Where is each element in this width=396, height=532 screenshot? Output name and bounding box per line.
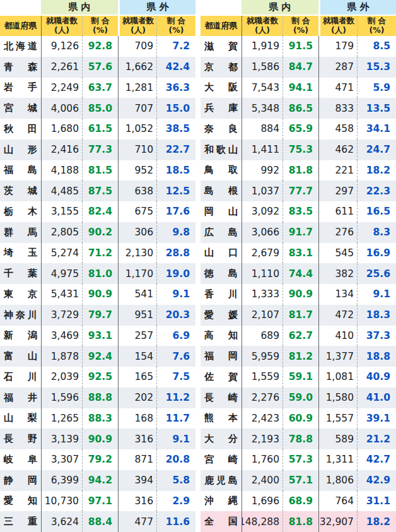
outside-ratio-cell: 7.5 [156, 367, 195, 387]
inside-ratio-cell: 91.7 [282, 222, 318, 243]
inside-count-cell: 1,596 [41, 387, 82, 408]
outside-ratio-cell: 22.7 [156, 139, 195, 160]
inside-count-cell: 3,624 [41, 511, 82, 532]
outside-count-cell: 833 [318, 98, 357, 119]
outside-count-cell: 316 [118, 491, 156, 512]
inside-ratio-cell: 83.1 [282, 243, 318, 264]
inside-count-cell: 2,400 [242, 470, 282, 491]
inside-count-cell: 1,696 [242, 491, 282, 512]
inside-count-cell: 3,066 [242, 222, 282, 243]
outside-count-cell: 154 [118, 346, 156, 367]
inside-count-cell: 992 [242, 160, 282, 181]
outside-count-cell: 541 [118, 284, 156, 305]
outside-count-cell: 764 [318, 491, 357, 512]
inside-ratio-cell: 81.2 [282, 346, 318, 367]
prefecture-label: 茨城 [4, 185, 37, 197]
prefecture-cell: 三重 [0, 511, 41, 532]
outside-ratio-cell: 20.8 [156, 449, 195, 470]
inside-count-cell: 689 [242, 326, 282, 346]
prefecture-label: 高知 [204, 329, 238, 341]
prefecture-label: 新潟 [4, 329, 37, 341]
inside-count-cell: 5,348 [242, 98, 282, 119]
outside-ratio-cell: 40.9 [357, 367, 396, 387]
prefecture-cell: 鳥取 [201, 160, 242, 181]
prefecture-cell: 東京 [0, 284, 41, 305]
outside-ratio-cell: 5.8 [156, 470, 195, 491]
prefecture-label: 富山 [4, 350, 37, 362]
inside-ratio-cell: 81.5 [82, 160, 118, 181]
inside-ratio-cell: 94.1 [282, 78, 318, 98]
outside-count-cell: 951 [118, 305, 156, 326]
prefecture-table-left: 県 内 県 外 都道府県 就職者数(人) 割 合(%) 就職者数(人) 割 合(… [0, 0, 195, 532]
outside-count-cell: 257 [118, 326, 156, 346]
outside-count-cell: 394 [118, 470, 156, 491]
prefecture-cell: 静岡 [0, 470, 41, 491]
outside-count-cell: 306 [118, 222, 156, 243]
prefecture-label: 岩手 [4, 81, 37, 93]
column-header-outside-ratio: 割 合(%) [156, 16, 195, 36]
outside-count-cell: 675 [118, 201, 156, 222]
prefecture-label: 長野 [4, 433, 37, 445]
outside-count-cell: 2,130 [118, 243, 156, 264]
prefecture-label: 全国 [204, 516, 238, 528]
inside-count-cell: 3,469 [41, 326, 82, 346]
prefecture-cell: 青森 [0, 57, 41, 78]
prefecture-label: 岐阜 [4, 454, 37, 466]
prefecture-label: 大分 [204, 433, 238, 445]
prefecture-label: 広島 [204, 227, 238, 239]
outside-count-cell: 1,662 [118, 57, 156, 78]
prefecture-label: 山梨 [4, 412, 37, 424]
prefecture-label: 秋田 [4, 123, 37, 135]
column-header-outside-count: 就職者数(人) [318, 16, 357, 36]
inside-ratio-cell: 81.8 [282, 160, 318, 181]
outside-ratio-cell: 2.9 [156, 491, 195, 512]
outside-count-cell: 589 [318, 429, 357, 449]
group-header-outside: 県 外 [118, 0, 195, 16]
inside-count-cell: 5,959 [242, 346, 282, 367]
outside-count-cell: 1,580 [318, 387, 357, 408]
prefecture-cell: 愛知 [0, 491, 41, 512]
prefecture-label: 和歌山 [204, 144, 238, 156]
inside-count-cell: 1,878 [41, 346, 82, 367]
prefecture-label: 大阪 [204, 81, 238, 93]
inside-ratio-cell: 85.0 [82, 98, 118, 119]
outside-count-cell: 462 [318, 139, 357, 160]
outside-ratio-cell: 18.2 [357, 511, 396, 532]
inside-count-cell: 1,110 [242, 263, 282, 284]
inside-count-cell: 2,805 [41, 222, 82, 243]
prefecture-cell: 富山 [0, 346, 41, 367]
outside-count-cell: 1,377 [318, 346, 357, 367]
inside-count-cell: 2,276 [242, 387, 282, 408]
outside-count-cell: 1,557 [318, 408, 357, 429]
inside-ratio-cell: 61.5 [82, 119, 118, 139]
inside-count-cell: 1,760 [242, 449, 282, 470]
column-header-inside-count: 就職者数(人) [41, 16, 82, 36]
inside-count-cell: 148,288 [242, 511, 282, 532]
inside-count-cell: 9,126 [41, 36, 82, 57]
prefecture-cell: 神奈川 [0, 305, 41, 326]
outside-ratio-cell: 22.3 [357, 180, 396, 201]
outside-count-cell: 1,170 [118, 263, 156, 284]
inside-ratio-cell: 90.9 [82, 284, 118, 305]
outside-ratio-cell: 13.5 [357, 98, 396, 119]
prefecture-label: 奈良 [204, 123, 238, 135]
prefecture-label: 栃木 [4, 206, 37, 218]
inside-ratio-cell: 74.4 [282, 263, 318, 284]
inside-ratio-cell: 57.6 [82, 57, 118, 78]
inside-ratio-cell: 65.9 [282, 119, 318, 139]
column-header-prefecture: 都道府県 [0, 16, 41, 36]
group-header-inside: 県 内 [41, 0, 118, 16]
inside-count-cell: 2,679 [242, 243, 282, 264]
outside-count-cell: 410 [318, 326, 357, 346]
outside-count-cell: 297 [318, 180, 357, 201]
outside-ratio-cell: 18.2 [357, 160, 396, 181]
inside-count-cell: 1,333 [242, 284, 282, 305]
inside-count-cell: 6,399 [41, 470, 82, 491]
inside-ratio-cell: 81.0 [82, 263, 118, 284]
prefecture-label: 青森 [4, 61, 37, 73]
outside-count-cell: 316 [118, 429, 156, 449]
outside-ratio-cell: 8.3 [357, 222, 396, 243]
inside-ratio-cell: 87.5 [82, 180, 118, 201]
inside-count-cell: 4,975 [41, 263, 82, 284]
outside-count-cell: 458 [318, 119, 357, 139]
